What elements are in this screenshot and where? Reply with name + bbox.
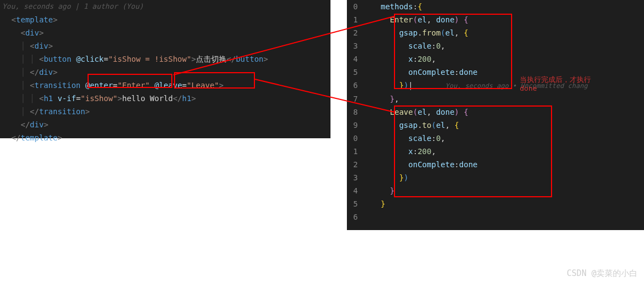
watermark: CSDN @卖菜的小白 bbox=[567, 268, 637, 279]
code-line[interactable]: 6 })| You, seconds ago • Uncommitted cha… bbox=[347, 79, 644, 92]
code-line[interactable]: 7 }, bbox=[347, 92, 644, 105]
left-code-panel: You, seconds ago | 1 author (You) <templ… bbox=[0, 0, 330, 138]
code-line[interactable]: 5 } bbox=[347, 197, 644, 210]
code-line[interactable]: 5 onComplete:done bbox=[347, 66, 644, 79]
code-line[interactable]: 8 Leave(el, done) { bbox=[347, 105, 644, 119]
code-line[interactable]: 0 scale:0, bbox=[347, 132, 644, 145]
code-line[interactable]: 0 methods:{ bbox=[347, 0, 644, 13]
code-line[interactable]: │ <div> bbox=[0, 39, 330, 52]
code-line[interactable]: 2 gsap.from(el, { bbox=[347, 26, 644, 39]
code-line[interactable]: 1 x:200, bbox=[347, 145, 644, 158]
code-line[interactable]: │ <transition @enter="Enter" @leave="Lea… bbox=[0, 79, 330, 92]
code-line[interactable]: │ │ <h1 v-if="isShow">hello World</h1> bbox=[0, 92, 330, 105]
code-line[interactable]: </template> bbox=[0, 131, 330, 144]
code-line[interactable]: 9 gsap.to(el, { bbox=[347, 119, 644, 132]
code-line[interactable]: <template> bbox=[0, 13, 330, 26]
code-line[interactable]: </div> bbox=[0, 118, 330, 131]
annotation-text: 当执行完成后，才执行 done bbox=[520, 75, 591, 93]
git-blame-header: You, seconds ago | 1 author (You) bbox=[0, 0, 330, 13]
code-line[interactable]: │ </div> bbox=[0, 66, 330, 79]
code-line[interactable]: 2 onComplete:done bbox=[347, 158, 644, 171]
code-line[interactable]: 4 } bbox=[347, 184, 644, 197]
code-line[interactable]: 3 }) bbox=[347, 171, 644, 184]
code-line[interactable]: 1 Enter(el, done) { bbox=[347, 13, 644, 26]
code-line[interactable]: │ │ <button @click="isShow = !isShow">点击… bbox=[0, 52, 330, 66]
code-line[interactable]: 6 bbox=[347, 210, 644, 224]
code-line[interactable]: 3 scale:0, bbox=[347, 39, 644, 52]
code-line[interactable]: │ </transition> bbox=[0, 105, 330, 118]
code-line[interactable]: 4 x:200, bbox=[347, 52, 644, 66]
code-line[interactable]: <div> bbox=[0, 26, 330, 39]
right-code-panel: 0 methods:{ 1 Enter(el, done) { 2 gsap.f… bbox=[347, 0, 644, 230]
